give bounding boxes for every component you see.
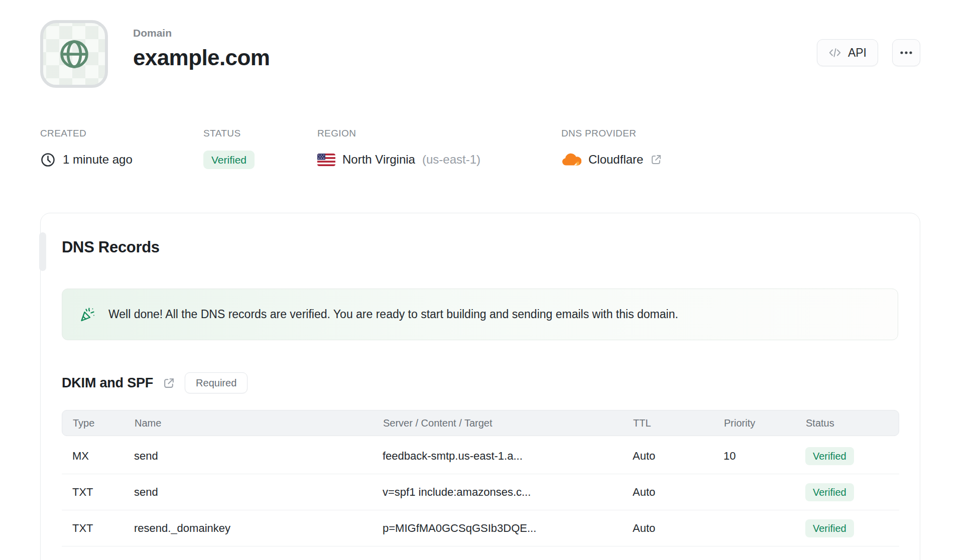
- domain-identity: Domain example.com: [40, 20, 270, 88]
- col-ttl: TTL: [633, 417, 724, 429]
- card-scroll-notch: [39, 232, 46, 271]
- table-header-row: Type Name Server / Content / Target TTL …: [62, 410, 899, 436]
- required-badge: Required: [185, 372, 248, 393]
- party-popper-icon: [79, 306, 96, 323]
- col-content: Server / Content / Target: [383, 417, 633, 429]
- page-kicker: Domain: [133, 27, 270, 39]
- clock-icon: [40, 152, 56, 168]
- table-row[interactable]: MX send feedback-smtp.us-east-1.a... Aut…: [62, 438, 899, 474]
- cell-type: MX: [72, 450, 134, 463]
- domain-avatar: [40, 20, 108, 88]
- card-title: DNS Records: [62, 238, 898, 256]
- header-actions: API: [817, 39, 920, 66]
- cell-content: p=MIGfMA0GCSqGSIb3DQE...: [383, 522, 633, 535]
- table-row[interactable]: TXT resend._domainkey p=MIGfMA0GCSqGSIb3…: [62, 510, 899, 546]
- meta-dns-provider: DNS PROVIDER Cloudflare: [561, 128, 662, 170]
- cell-name: send: [134, 450, 383, 463]
- status-label: STATUS: [203, 128, 317, 139]
- api-button-label: API: [848, 46, 867, 60]
- dns-provider-value: Cloudflare: [588, 153, 643, 167]
- meta-status: STATUS Verified: [203, 128, 317, 170]
- external-link-icon[interactable]: [650, 154, 662, 166]
- table-row[interactable]: TXT send v=spf1 include:amazonses.c... A…: [62, 474, 899, 510]
- globe-icon: [60, 40, 89, 69]
- cell-name: send: [134, 486, 383, 499]
- dns-records-card: DNS Records Well done! All the DNS recor…: [40, 213, 920, 560]
- region-value: North Virginia: [342, 153, 415, 167]
- status-badge: Verified: [203, 151, 255, 169]
- cell-type: TXT: [72, 522, 134, 535]
- created-value: 1 minute ago: [63, 153, 133, 167]
- meta-created: CREATED 1 minute ago: [40, 128, 203, 170]
- row-status-badge: Verified: [805, 447, 854, 465]
- col-name: Name: [135, 417, 383, 429]
- created-label: CREATED: [40, 128, 203, 139]
- col-priority: Priority: [724, 417, 806, 429]
- cell-ttl: Auto: [633, 522, 723, 535]
- success-banner-text: Well done! All the DNS records are verif…: [108, 308, 678, 321]
- cell-content: v=spf1 include:amazonses.c...: [383, 486, 633, 499]
- cell-ttl: Auto: [633, 486, 723, 499]
- more-options-button[interactable]: [892, 39, 920, 66]
- meta-region: REGION: [317, 128, 561, 170]
- us-flag-icon: [317, 154, 335, 166]
- row-status-badge: Verified: [805, 519, 854, 537]
- domain-title-block: Domain example.com: [133, 20, 270, 88]
- cell-type: TXT: [72, 486, 134, 499]
- external-link-icon[interactable]: [163, 377, 175, 389]
- dkim-section-header: DKIM and SPF Required: [62, 372, 898, 393]
- code-icon: [828, 47, 841, 58]
- col-type: Type: [73, 417, 135, 429]
- dns-provider-label: DNS PROVIDER: [561, 128, 662, 139]
- region-code: (us-east-1): [422, 153, 480, 167]
- domain-detail-page: Domain example.com API: [0, 0, 920, 560]
- domain-meta-row: CREATED 1 minute ago STATUS Verified REG…: [40, 128, 920, 170]
- page-header: Domain example.com API: [40, 20, 920, 88]
- cloudflare-icon: [561, 153, 581, 167]
- cell-ttl: Auto: [633, 450, 723, 463]
- region-label: REGION: [317, 128, 561, 139]
- page-title: example.com: [133, 45, 270, 70]
- dkim-section-title: DKIM and SPF: [62, 375, 153, 391]
- api-button[interactable]: API: [817, 39, 878, 66]
- cell-content: feedback-smtp.us-east-1.a...: [383, 450, 633, 463]
- dns-records-table: Type Name Server / Content / Target TTL …: [62, 410, 899, 546]
- row-status-badge: Verified: [805, 483, 854, 501]
- ellipsis-icon: [900, 51, 913, 55]
- cell-name: resend._domainkey: [134, 522, 383, 535]
- col-status: Status: [806, 417, 888, 429]
- cell-priority: 10: [723, 450, 805, 463]
- success-banner: Well done! All the DNS records are verif…: [62, 289, 898, 340]
